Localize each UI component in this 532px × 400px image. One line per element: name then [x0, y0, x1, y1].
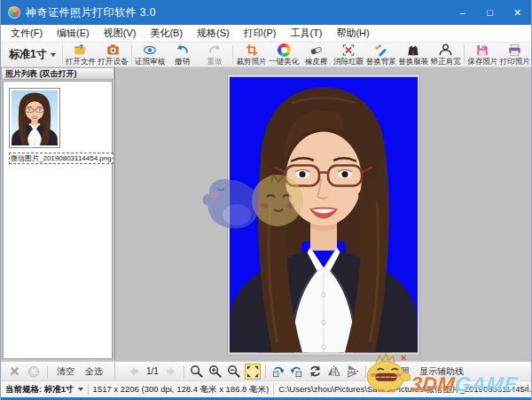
separator [265, 365, 266, 378]
photo-list-header: 照片列表 (双击打开) [1, 67, 114, 80]
current-spec-dropdown[interactable]: 当前规格: 标准1寸 [5, 384, 83, 396]
resize-grip[interactable] [521, 384, 529, 394]
delete-icon [9, 365, 20, 377]
minimize-button[interactable]: – [449, 0, 476, 25]
toolbar-button-label: 打开文件 [66, 57, 96, 66]
menu-item-file[interactable]: 文件(F) [4, 25, 50, 42]
toolbar-button-label: 打印照片 [500, 57, 530, 66]
zoom-in-icon [208, 365, 222, 378]
shoulder-correct-icon [438, 43, 453, 57]
shoulder-correct-button[interactable]: 矫正肩宽 [429, 43, 462, 67]
print-photo-button[interactable]: 打印照片 [499, 43, 532, 67]
redo-button[interactable]: 重做 [199, 43, 231, 67]
thumbnail-image [12, 90, 58, 145]
review-eye-icon [142, 43, 158, 57]
toolbar-button-label: 替换服装 [398, 57, 428, 66]
toolbar-button-label: 裁剪照片 [237, 57, 267, 66]
photo-canvas[interactable] [228, 75, 419, 354]
menu-item-beautify[interactable]: 美化(B) [143, 25, 190, 42]
open-file-button[interactable]: 打开文件 [65, 43, 98, 67]
separator [184, 365, 184, 378]
flip-vertical-button[interactable] [345, 364, 361, 380]
camera-device-icon [106, 43, 121, 57]
toolbar-button-label: 重做 [207, 57, 223, 66]
menu-item-spec[interactable]: 规格(S) [190, 25, 237, 42]
rotate-180-button[interactable] [308, 364, 324, 380]
menu-item-view[interactable]: 视图(V) [97, 25, 144, 42]
save-photo-button[interactable]: 保存照片 [466, 43, 499, 67]
beautify-button[interactable]: 一键美化 [268, 43, 301, 67]
app-icon [8, 6, 20, 19]
toolbar-button-label: 替换背景 [366, 57, 396, 66]
photo-thumbnail[interactable] [9, 88, 60, 148]
beautify-colorwheel-icon [278, 43, 291, 57]
eraser-icon [309, 43, 324, 57]
size-preset-button[interactable]: 标准1寸 [4, 43, 60, 67]
printer-icon [507, 43, 522, 57]
size-preset-label: 标准1寸 [9, 47, 47, 62]
fit-screen-button[interactable] [245, 364, 261, 380]
select-all-button[interactable]: 全选 [82, 365, 106, 378]
delete-photo-button[interactable] [6, 364, 22, 380]
page-indicator: 1/1 [146, 366, 159, 376]
menu-item-print[interactable]: 打印(P) [237, 25, 284, 42]
show-guides-button[interactable]: 显示辅助线 [416, 365, 467, 378]
toolbar-button-label: 打开设备 [98, 57, 128, 66]
close-button[interactable]: ✕ [504, 0, 531, 25]
open-device-button[interactable]: 打开设备 [97, 43, 129, 67]
toolbar-button-label: 保存照片 [467, 57, 497, 66]
replace-clothes-button[interactable]: 替换服装 [397, 43, 430, 67]
separator [88, 384, 89, 395]
menu-item-tools[interactable]: 工具(T) [283, 25, 329, 42]
fit-screen-icon [246, 365, 259, 378]
file-path: C:\Users\zhou\Pictures\Saved Pictures\微信… [278, 384, 531, 396]
replace-clothes-icon [406, 43, 420, 57]
crop-photo-button[interactable]: 裁剪照片 [235, 43, 268, 67]
next-page-button[interactable] [163, 364, 179, 380]
undo-button[interactable]: 撤销 [166, 43, 199, 67]
toolbar-button-label: 消除红眼 [333, 57, 364, 66]
content-area: 照片列表 (双击打开) 微信图片_20190803114454.png [1, 67, 531, 361]
save-floppy-icon [475, 43, 489, 57]
prev-page-icon [128, 365, 140, 378]
menu-item-edit[interactable]: 编辑(E) [50, 25, 97, 42]
remove-all-icon [27, 365, 40, 378]
view-controls-bar: 1/1 [115, 362, 531, 380]
convert-bw-button[interactable]: 转黑白照 [371, 365, 413, 378]
flip-horizontal-button[interactable] [326, 364, 342, 380]
remove-all-button[interactable] [26, 364, 42, 380]
photo-list[interactable]: 微信图片_20190803114454.png [3, 81, 113, 359]
flip-vertical-icon [346, 365, 359, 378]
photo-dimensions: 1517 x 2206 (300 dpi, 128.4 毫米 x 186.8 毫… [93, 384, 270, 396]
photo-list-sidebar: 照片列表 (双击打开) 微信图片_20190803114454.png [1, 67, 115, 361]
rotate-left-icon [271, 365, 285, 378]
separator [273, 384, 274, 395]
prev-page-button[interactable] [126, 364, 142, 380]
open-file-folder-icon [73, 43, 88, 57]
toolbar-button-label: 一键美化 [269, 57, 299, 66]
toolbar-button-label: 橡皮擦 [305, 57, 328, 66]
clear-list-button[interactable]: 清空 [53, 365, 78, 378]
menu-item-help[interactable]: 帮助(H) [329, 25, 376, 42]
separator [47, 365, 48, 378]
thumbnail-filename: 微信图片_20190803114454.png [9, 153, 113, 164]
remove-red-eye-button[interactable]: 消除红眼 [332, 43, 365, 67]
crop-icon [245, 43, 259, 57]
window-controls: – □ ✕ [449, 0, 531, 25]
list-actions-bar: 清空 全选 [1, 362, 115, 380]
portrait-image [230, 76, 418, 352]
eraser-button[interactable]: 橡皮擦 [300, 43, 332, 67]
rotate-left-button[interactable] [270, 364, 286, 380]
zoom-cursor-button[interactable] [189, 364, 205, 380]
maximize-button[interactable]: □ [476, 0, 504, 25]
photo-review-button[interactable]: 证照审核 [134, 43, 167, 67]
dropdown-caret-icon [51, 53, 56, 57]
zoom-out-button[interactable] [226, 364, 242, 380]
rotate-right-button[interactable] [289, 364, 305, 380]
zoom-in-button[interactable] [207, 364, 223, 380]
replace-background-icon [373, 43, 388, 57]
menu-bar: 文件(F) 编辑(E) 视图(V) 美化(B) 规格(S) 打印(P) 工具(T… [1, 25, 531, 42]
replace-background-button[interactable]: 替换背景 [364, 43, 397, 67]
next-page-icon [165, 365, 177, 378]
rotate-right-icon [290, 365, 303, 378]
